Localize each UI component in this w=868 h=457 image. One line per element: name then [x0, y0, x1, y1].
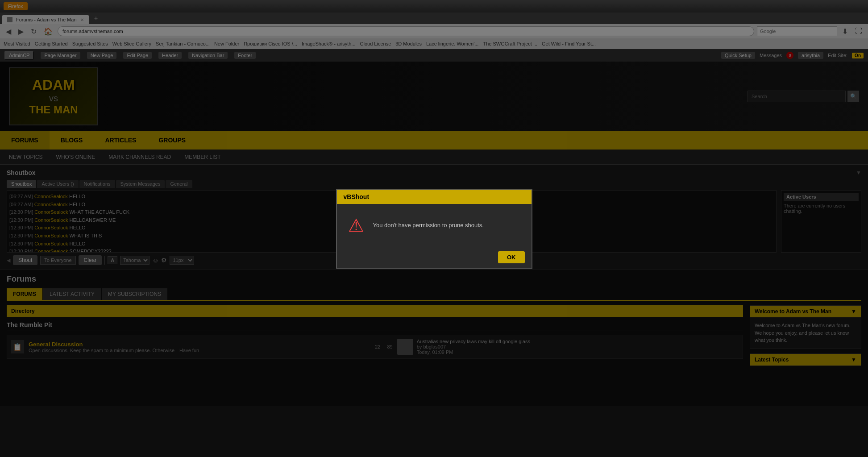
modal-header: vBShout [337, 190, 532, 204]
modal-footer: OK [337, 247, 532, 268]
modal-body: ⚠ You don't have permission to prune sho… [337, 204, 532, 247]
modal-ok-button[interactable]: OK [498, 251, 525, 263]
modal-overlay: vBShout ⚠ You don't have permission to p… [0, 0, 868, 457]
modal-message: You don't have permission to prune shout… [373, 222, 484, 228]
warning-icon: ⚠ [348, 215, 364, 236]
modal-dialog: vBShout ⚠ You don't have permission to p… [336, 189, 532, 269]
